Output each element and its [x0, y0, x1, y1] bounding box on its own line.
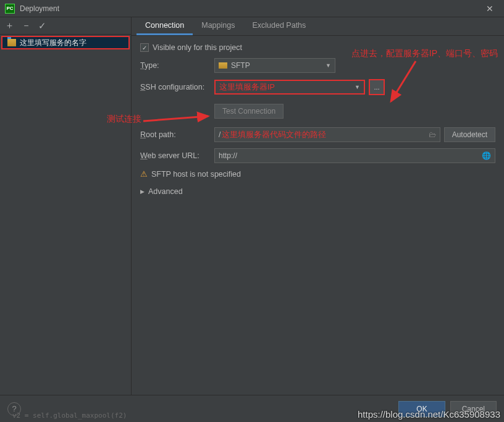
- ssh-row: SSH configuration: 这里填服务器IP ▼ ...: [140, 79, 495, 95]
- root-path-input[interactable]: / 这里填服务器代码文件的路径 🗁: [214, 127, 440, 142]
- chevron-right-icon: ▶: [140, 188, 145, 195]
- window-title: Deployment: [20, 4, 481, 13]
- pycharm-icon: PC: [5, 4, 15, 14]
- ssh-overlay-annotation: 这里填服务器IP: [219, 82, 275, 93]
- web-url-row: Web server URL: http:// 🌐: [140, 148, 495, 163]
- dialog-body: ＋ － ✓ 这里填写服务的名字 Connection Mappings Excl…: [0, 17, 504, 395]
- titlebar: PC Deployment ✕: [0, 0, 504, 17]
- dialog-footer: ? OK Cancel: [0, 395, 504, 422]
- root-overlay-annotation: 这里填服务器代码文件的路径: [222, 130, 326, 140]
- root-path-label: Root path:: [140, 130, 214, 139]
- root-prefix: /: [219, 130, 220, 139]
- remove-icon[interactable]: －: [22, 20, 31, 32]
- sidebar-item-server[interactable]: 这里填写服务的名字: [1, 36, 130, 49]
- sidebar-item-label: 这里填写服务的名字: [20, 38, 86, 48]
- sidebar: ＋ － ✓ 这里填写服务的名字: [0, 17, 132, 395]
- main-panel: Connection Mappings Excluded Paths ✓ Vis…: [132, 17, 504, 395]
- tab-mappings[interactable]: Mappings: [193, 17, 243, 35]
- visible-only-row: ✓ Visible only for this project: [140, 43, 495, 52]
- add-icon[interactable]: ＋: [5, 20, 14, 32]
- help-button[interactable]: ?: [7, 402, 21, 416]
- warning-icon: ⚠: [140, 169, 148, 179]
- ssh-browse-button[interactable]: ...: [369, 79, 385, 95]
- ssh-label: SSH configuration:: [140, 83, 214, 91]
- type-label: Type:: [140, 61, 214, 70]
- warning-text: SFTP host is not specified: [151, 170, 241, 179]
- connection-form: ✓ Visible only for this project Type: SF…: [132, 36, 504, 206]
- sidebar-toolbar: ＋ － ✓: [0, 17, 131, 35]
- tab-excluded[interactable]: Excluded Paths: [243, 17, 314, 35]
- root-path-row: Root path: / 这里填服务器代码文件的路径 🗁 Autodetect: [140, 127, 495, 142]
- chevron-down-icon: ▼: [355, 84, 360, 90]
- deployment-dialog: PC Deployment ✕ ＋ － ✓ 这里填写服务的名字 Connecti…: [0, 0, 504, 422]
- web-url-value: http://: [219, 151, 237, 160]
- chevron-down-icon: ▼: [326, 62, 331, 69]
- server-icon: [7, 39, 16, 46]
- test-connection-button[interactable]: Test Connection: [214, 104, 284, 119]
- type-value: SFTP: [231, 61, 326, 70]
- globe-icon[interactable]: 🌐: [482, 151, 491, 160]
- tab-connection[interactable]: Connection: [136, 17, 193, 35]
- visible-only-label: Visible only for this project: [153, 43, 242, 52]
- close-icon[interactable]: ✕: [481, 4, 499, 14]
- cancel-button[interactable]: Cancel: [450, 401, 497, 417]
- type-combo[interactable]: SFTP ▼: [214, 58, 335, 73]
- folder-icon[interactable]: 🗁: [429, 130, 436, 139]
- advanced-label: Advanced: [148, 187, 183, 196]
- web-url-label: Web server URL:: [140, 151, 214, 160]
- visible-only-checkbox[interactable]: ✓: [140, 43, 149, 52]
- web-url-input[interactable]: http:// 🌐: [214, 148, 495, 163]
- ok-button[interactable]: OK: [398, 401, 445, 417]
- type-row: Type: SFTP ▼: [140, 58, 495, 73]
- tab-bar: Connection Mappings Excluded Paths: [132, 17, 504, 36]
- sftp-icon: [219, 62, 227, 69]
- autodetect-button[interactable]: Autodetect: [444, 127, 495, 142]
- test-row: Test Connection: [140, 104, 495, 119]
- check-icon[interactable]: ✓: [38, 20, 46, 32]
- advanced-section[interactable]: ▶ Advanced: [140, 185, 495, 198]
- warning-row: ⚠ SFTP host is not specified: [140, 169, 495, 179]
- ssh-config-combo[interactable]: 这里填服务器IP ▼: [214, 80, 365, 95]
